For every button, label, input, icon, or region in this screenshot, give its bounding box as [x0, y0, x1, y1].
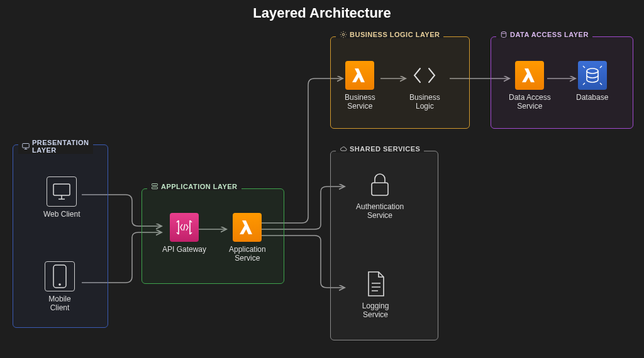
mobile-client-node: Mobile Client	[45, 261, 75, 313]
api-gateway-node: API Gateway	[162, 213, 206, 254]
logging-service-node: Logging Service	[361, 269, 390, 320]
phone-icon	[45, 261, 75, 291]
monitor-icon	[22, 143, 30, 150]
application-layer-label: APPLICATION LAYER	[161, 183, 238, 190]
database-node: Database	[576, 61, 608, 102]
document-icon	[361, 269, 390, 298]
data-access-service-label: Data Access Service	[509, 94, 551, 111]
lambda-icon	[515, 61, 544, 90]
shared-services-layer: SHARED SERVICES Authentication Service L…	[330, 151, 438, 340]
svg-rect-0	[23, 144, 30, 148]
database-label: Database	[576, 94, 608, 102]
diagram-title: Layered Architecture	[0, 5, 644, 21]
svg-rect-9	[372, 183, 388, 195]
business-logic-layer: BUSINESS LOGIC LAYER Business Service Bu…	[330, 36, 470, 129]
gear-icon	[340, 31, 347, 38]
svg-point-6	[342, 33, 344, 35]
web-client-label: Web Client	[43, 210, 80, 219]
business-service-node: Business Service	[345, 61, 375, 111]
svg-point-3	[58, 283, 61, 286]
code-icon	[410, 61, 439, 90]
svg-rect-4	[152, 184, 158, 186]
api-gateway-icon	[170, 213, 199, 242]
api-gateway-label: API Gateway	[162, 246, 206, 254]
business-logic-label: Business Logic	[409, 94, 440, 111]
svg-point-7	[501, 32, 506, 34]
auth-service-node: Authentication Service	[356, 170, 404, 220]
database-icon	[578, 61, 607, 90]
svg-rect-1	[53, 184, 70, 195]
lock-icon	[365, 170, 394, 199]
diagram-canvas: Layered Architecture	[0, 0, 644, 358]
shared-services-label: SHARED SERVICES	[350, 145, 420, 153]
lambda-icon	[345, 61, 374, 90]
presentation-layer-label: PRESENTATION LAYER	[32, 139, 89, 154]
lambda-icon	[233, 213, 262, 242]
database-icon	[500, 31, 508, 38]
business-logic-node: Business Logic	[409, 61, 440, 111]
application-layer: APPLICATION LAYER API Gateway Applicatio…	[142, 188, 284, 284]
logging-service-label: Logging Service	[362, 302, 389, 320]
cloud-icon	[340, 145, 347, 153]
web-client-node: Web Client	[43, 176, 80, 219]
svg-point-8	[587, 68, 598, 73]
presentation-layer: PRESENTATION LAYER Web Client Mobile Cli…	[13, 144, 108, 328]
application-service-label: Application Service	[229, 246, 266, 263]
mobile-client-label: Mobile Client	[48, 295, 70, 313]
business-service-label: Business Service	[345, 94, 375, 111]
data-access-layer: DATA ACCESS LAYER Data Access Service Da…	[491, 36, 633, 129]
monitor-icon	[47, 176, 77, 207]
data-access-layer-label: DATA ACCESS LAYER	[510, 31, 589, 38]
application-service-node: Application Service	[229, 213, 266, 263]
auth-service-label: Authentication Service	[356, 203, 404, 220]
layers-icon	[151, 183, 158, 190]
data-access-service-node: Data Access Service	[509, 61, 551, 111]
svg-rect-5	[152, 187, 158, 189]
business-logic-layer-label: BUSINESS LOGIC LAYER	[350, 31, 440, 38]
